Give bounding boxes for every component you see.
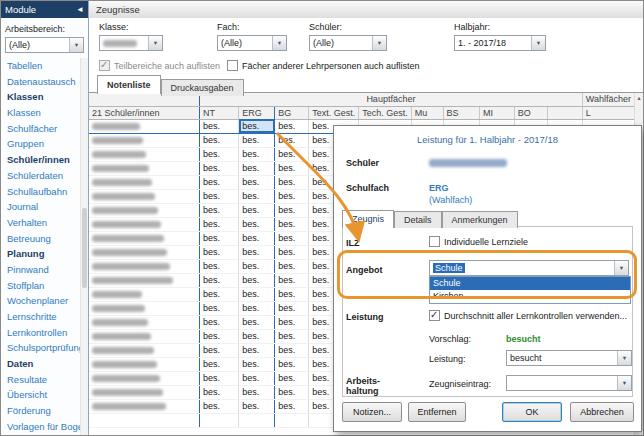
grade-cell[interactable]: bes. [239, 217, 275, 231]
sidebar-item-wochenplaner[interactable]: Wochenplaner [1, 293, 81, 309]
student-name-cell[interactable] [89, 133, 200, 147]
grade-cell[interactable]: bes. [275, 189, 309, 203]
grade-cell[interactable]: bes. [275, 301, 309, 315]
grade-cell[interactable]: bes. [275, 175, 309, 189]
sidebar-item-schüler-innen[interactable]: Schüler/innen [1, 152, 81, 168]
grade-cell[interactable]: bes. [239, 189, 275, 203]
grade-cell[interactable]: bes. [239, 133, 275, 147]
grade-cell[interactable]: bes. [275, 273, 309, 287]
grade-cell[interactable]: bes. [239, 301, 275, 315]
student-name-cell[interactable] [89, 147, 200, 161]
grade-cell[interactable]: bes. [200, 343, 239, 357]
grade-cell[interactable]: bes. [275, 371, 309, 385]
tab-details[interactable]: Details [394, 211, 442, 228]
grade-cell[interactable]: bes. [200, 329, 239, 343]
sidebar-item-lernkontrollen[interactable]: Lernkontrollen [1, 325, 81, 341]
sidebar-item-schulfächer[interactable]: Schulfächer [1, 121, 81, 137]
grade-cell[interactable]: bes. [239, 329, 275, 343]
grade-cell[interactable]: bes. [200, 231, 239, 245]
grade-cell[interactable]: bes. [200, 189, 239, 203]
grade-cell[interactable]: bes. [200, 385, 239, 399]
filter-select-halbjahr[interactable]: 1. - 2017/18▼ [454, 35, 546, 51]
grade-cell[interactable]: bes. [275, 287, 309, 301]
angebot-select[interactable]: Schule ▼ [429, 260, 629, 276]
grade-cell[interactable]: bes. [200, 161, 239, 175]
option-schule[interactable]: Schule [430, 277, 630, 290]
student-name-cell[interactable] [89, 203, 200, 217]
tab-anmerkungen[interactable]: Anmerkungen [442, 211, 518, 228]
grade-cell[interactable]: bes. [275, 231, 309, 245]
chevron-down-icon[interactable]: ▼ [617, 376, 631, 390]
student-name-cell[interactable] [89, 273, 200, 287]
grade-cell[interactable]: bes. [239, 231, 275, 245]
grade-cell[interactable]: bes. [275, 343, 309, 357]
student-name-cell[interactable] [89, 217, 200, 231]
durchschnitt-checkbox[interactable]: Durchschnitt aller Lernkontrollen verwen… [429, 310, 627, 321]
grade-cell[interactable]: bes. [239, 245, 275, 259]
grade-cell[interactable]: bes. [200, 371, 239, 385]
grade-cell[interactable]: bes. [275, 133, 309, 147]
chevron-down-icon[interactable]: ▼ [614, 261, 628, 275]
grade-cell[interactable]: bes. [239, 371, 275, 385]
filter-select-klasse[interactable]: ▼ [99, 35, 163, 51]
sidebar-item-resultate[interactable]: Resultate [1, 372, 81, 388]
student-name-cell[interactable] [89, 259, 200, 273]
grade-cell[interactable]: bes. [200, 147, 239, 161]
abbrechen-button[interactable]: Abbrechen [570, 402, 634, 422]
filter-select-fach[interactable]: (Alle)▼ [217, 35, 287, 51]
grade-cell[interactable]: bes. [275, 161, 309, 175]
sidebar-item-lernschritte[interactable]: Lernschritte [1, 309, 81, 325]
column-header-bs[interactable]: BS [443, 106, 480, 119]
tab-druckausgaben[interactable]: Druckausgaben [161, 79, 244, 96]
sidebar-item-verhalten[interactable]: Verhalten [1, 215, 81, 231]
grade-cell[interactable]: bes. [200, 259, 239, 273]
sidebar-scrollbar[interactable] [80, 58, 88, 435]
grade-cell[interactable]: bes. [239, 175, 275, 189]
grade-cell[interactable]: bes. [200, 315, 239, 329]
column-header-nt[interactable]: NT [200, 106, 239, 119]
sidebar-item-daten[interactable]: Daten [1, 356, 81, 372]
grade-cell[interactable]: bes. [200, 273, 239, 287]
grade-cell[interactable]: bes. [200, 119, 239, 133]
tab-zeugnis[interactable]: Zeugnis [342, 210, 394, 228]
grade-cell[interactable]: bes. [239, 385, 275, 399]
grade-cell[interactable]: bes. [239, 343, 275, 357]
filter-select-schüler[interactable]: (Alle)▼ [309, 35, 387, 51]
column-header-l[interactable]: L [582, 106, 634, 119]
student-name-cell[interactable] [89, 343, 200, 357]
checkbox-unchecked-icon[interactable] [227, 60, 238, 71]
teilbereiche-checkbox[interactable]: Teilbereiche auch auflisten [99, 60, 220, 71]
grade-cell[interactable]: bes. [239, 119, 275, 133]
column-header-tech-gest[interactable]: Tech. Gest. [359, 106, 412, 119]
checkbox-checked-icon[interactable] [429, 310, 440, 321]
sidebar-item-förderung[interactable]: Förderung [1, 403, 81, 419]
grade-cell[interactable]: bes. [200, 399, 239, 413]
notizen-button[interactable]: Notizen... [342, 402, 402, 422]
grade-cell[interactable]: bes. [275, 217, 309, 231]
student-name-cell[interactable] [89, 161, 200, 175]
grade-cell[interactable]: bes. [275, 315, 309, 329]
faecher-checkbox[interactable]: Fächer anderer Lehrpersonen auch auflist… [227, 60, 420, 71]
grade-cell[interactable]: bes. [200, 287, 239, 301]
grade-cell[interactable]: bes. [200, 245, 239, 259]
grade-cell[interactable]: bes. [239, 357, 275, 371]
grade-cell[interactable]: bes. [275, 119, 309, 133]
column-header-bo[interactable]: BO [514, 106, 547, 119]
grade-cell[interactable]: bes. [275, 203, 309, 217]
column-header-blank[interactable] [548, 106, 583, 119]
grade-cell[interactable]: bes. [239, 273, 275, 287]
grade-cell[interactable]: bes. [239, 315, 275, 329]
student-name-cell[interactable] [89, 301, 200, 315]
checkbox-checked-icon[interactable] [99, 60, 110, 71]
sidebar-item-journal[interactable]: Journal [1, 199, 81, 215]
student-name-cell[interactable] [89, 189, 200, 203]
student-name-cell[interactable] [89, 315, 200, 329]
grade-cell[interactable]: bes. [275, 357, 309, 371]
sidebar-item-betreuung[interactable]: Betreuung [1, 231, 81, 247]
grade-cell[interactable]: bes. [200, 217, 239, 231]
grade-cell[interactable]: bes. [275, 329, 309, 343]
grade-cell[interactable]: bes. [239, 147, 275, 161]
sidebar-item-datenaustausch[interactable]: Datenaustausch [1, 74, 81, 90]
ilz-checkbox[interactable]: Individuelle Lernziele [429, 236, 528, 247]
grade-cell[interactable]: bes. [275, 245, 309, 259]
